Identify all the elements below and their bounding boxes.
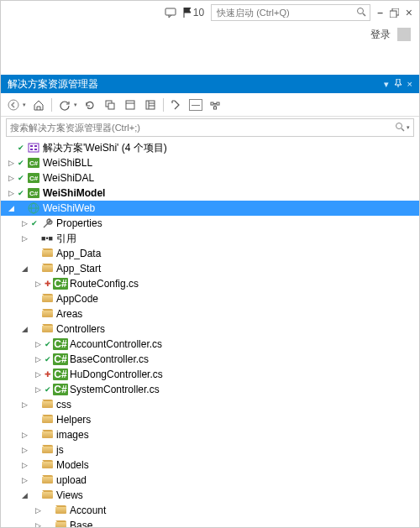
filter-dropdown-icon[interactable]: ▾ [407, 124, 410, 131]
expander-icon[interactable]: ▷ [33, 370, 43, 379]
expander-icon[interactable]: ▷ [19, 476, 29, 484]
filter-box[interactable]: ▾ [6, 118, 414, 137]
expander-icon[interactable]: ▷ [19, 234, 29, 243]
back-icon[interactable] [6, 97, 21, 112]
preview-icon[interactable] [169, 97, 184, 112]
expander-icon[interactable]: ▷ [33, 521, 43, 527]
expander-icon[interactable]: ▷ [33, 340, 43, 348]
tree-node[interactable]: ◢Views [1, 488, 419, 503]
close-icon[interactable]: × [406, 6, 412, 19]
toolbar: ▾ ▾ — [1, 93, 419, 117]
expander-icon[interactable]: ▷ [6, 174, 16, 182]
expander-icon[interactable]: ▷ [6, 189, 16, 197]
expander-icon[interactable]: ▷ [19, 219, 29, 227]
expander-icon[interactable]: ▷ [19, 400, 29, 409]
tree-node[interactable]: ▷Models [1, 457, 419, 473]
svg-line-2 [363, 13, 365, 16]
svg-rect-22 [34, 145, 37, 147]
tree-node[interactable]: ▷■•■引用 [1, 231, 419, 246]
tree-node[interactable]: ▷js [1, 442, 419, 457]
expander-icon[interactable]: ▷ [33, 355, 43, 363]
tree-node-label: Controllers [56, 323, 105, 335]
tree-node-label: Properties [56, 217, 102, 229]
tree-node[interactable]: ◢App_Start [1, 261, 419, 276]
expander-icon[interactable]: ▷ [6, 159, 16, 167]
tree-node-label: images [56, 429, 89, 441]
tree-node-label: js [56, 444, 64, 456]
svg-line-19 [402, 128, 404, 131]
search-icon[interactable] [356, 7, 366, 19]
panel-close-icon[interactable]: × [407, 79, 412, 89]
restore-icon[interactable] [390, 8, 399, 18]
tree-node[interactable]: ✔解决方案'WeiShi' (4 个项目) [1, 140, 419, 155]
expander-icon[interactable]: ▷ [19, 446, 29, 454]
tree-node[interactable]: ▷✔C#SystemController.cs [1, 382, 419, 397]
solution-tree[interactable]: ✔解决方案'WeiShi' (4 个项目)▷✔C#WeiShiBLL▷✔C#We… [1, 140, 419, 527]
separator [51, 98, 52, 112]
sync-icon[interactable] [57, 97, 72, 112]
tree-node[interactable]: ▷✚C#HuDongController.cs [1, 367, 419, 382]
refresh-icon[interactable] [82, 97, 97, 112]
expander-icon[interactable]: ▷ [33, 385, 43, 394]
tree-node-label: WeiShiBLL [43, 157, 92, 169]
tree-node[interactable]: Areas [1, 306, 419, 322]
tree-node[interactable]: ▷✔C#BaseController.cs [1, 352, 419, 367]
filter-input[interactable] [10, 123, 395, 133]
panel-pin-icon[interactable] [394, 79, 402, 89]
home-icon[interactable] [31, 97, 46, 112]
tree-node-label: RouteConfig.cs [70, 278, 139, 290]
expander-icon[interactable]: ◢ [19, 325, 29, 333]
expander-icon[interactable]: ▷ [19, 461, 29, 469]
tree-node[interactable]: ◢Controllers [1, 322, 419, 337]
expander-icon[interactable]: ▷ [33, 506, 43, 515]
tree-node[interactable]: ▷Base [1, 518, 419, 527]
properties-icon[interactable] [143, 97, 158, 112]
tree-node-label: Models [56, 459, 89, 471]
tree-node-label: BaseController.cs [70, 353, 149, 365]
tree-node-label: HuDongController.cs [70, 369, 163, 380]
tree-node[interactable]: ▷✔C#WeiShiDAL [1, 170, 419, 186]
avatar-icon[interactable] [397, 28, 411, 41]
back-dropdown-icon[interactable]: ▾ [23, 102, 26, 108]
tree-node[interactable]: ▷✔Properties [1, 216, 419, 231]
panel-menu-icon[interactable]: ▾ [384, 79, 389, 90]
login-link[interactable]: 登录 [370, 28, 391, 42]
expander-icon[interactable]: ◢ [6, 204, 16, 212]
tree-node-label: upload [56, 474, 87, 486]
tree-node[interactable]: ▷✔C#WeiShiModel [1, 186, 419, 201]
svg-rect-14 [217, 102, 219, 105]
expander-icon[interactable]: ▷ [33, 280, 43, 288]
tree-node[interactable]: ▷✚C#RouteConfig.cs [1, 276, 419, 291]
collapse-all-icon[interactable] [102, 97, 118, 112]
quick-launch-search[interactable] [211, 4, 370, 21]
sub-bar: 登录 [1, 24, 419, 44]
filter-search-icon[interactable] [395, 122, 405, 134]
svg-rect-21 [30, 145, 33, 147]
view-mode-icon[interactable]: — [189, 99, 202, 111]
tree-node[interactable]: ▷upload [1, 473, 419, 488]
tree-node[interactable]: ▷images [1, 427, 419, 442]
tree-node[interactable]: ▷css [1, 397, 419, 412]
tree-node[interactable]: ▷Account [1, 503, 419, 518]
notifications-flag[interactable]: 10 [183, 7, 204, 18]
tree-node-label: Base [70, 520, 92, 527]
expander-icon[interactable]: ▷ [19, 431, 29, 439]
svg-rect-7 [126, 101, 134, 109]
tree-node[interactable]: ▷✔C#AccountController.cs [1, 337, 419, 352]
tree-node[interactable]: ◢WeiShiWeb [1, 201, 419, 216]
tree-node[interactable]: Helpers [1, 412, 419, 427]
tree-node-label: WeiShiDAL [43, 172, 94, 184]
top-bar: 10 – × [1, 1, 419, 24]
expander-icon[interactable]: ◢ [19, 491, 29, 499]
scope-icon[interactable] [207, 97, 223, 112]
feedback-icon[interactable] [165, 8, 176, 18]
sync-dropdown-icon[interactable]: ▾ [74, 102, 77, 108]
minimize-icon[interactable]: – [377, 7, 383, 18]
expander-icon[interactable]: ◢ [19, 264, 29, 273]
tree-node-label: 引用 [56, 232, 76, 246]
tree-node[interactable]: ▷✔C#WeiShiBLL [1, 155, 419, 170]
tree-node[interactable]: App_Data [1, 246, 419, 261]
quick-launch-input[interactable] [215, 8, 356, 18]
show-all-icon[interactable] [123, 97, 138, 112]
tree-node[interactable]: AppCode [1, 291, 419, 306]
